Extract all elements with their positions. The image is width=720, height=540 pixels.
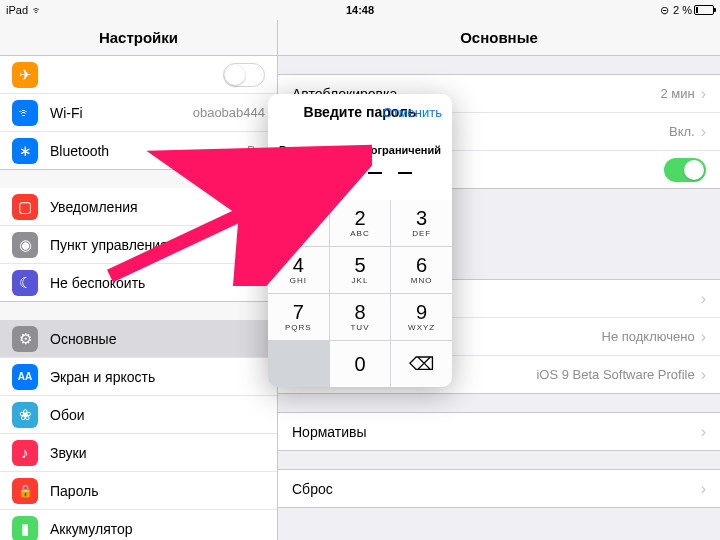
display-icon: AA — [12, 364, 38, 390]
detail-row-reset[interactable]: Сброс › — [278, 470, 720, 508]
numeric-keypad: 1 2ABC 3DEF 4GHI 5JKL 6MNO 7PQRS 8TUV 9W… — [268, 200, 452, 387]
sidebar-item-label: Звуки — [50, 445, 87, 461]
detail-title: Основные — [278, 20, 720, 56]
modal-prompt: Введите пароль ограничений — [268, 144, 452, 156]
dnd-icon: ⊝ — [660, 4, 669, 17]
chevron-right-icon: › — [701, 123, 706, 141]
sidebar-item-control-center[interactable]: ◉ Пункт управления — [0, 226, 277, 264]
chevron-right-icon: › — [701, 328, 706, 346]
toggle-switch[interactable] — [664, 158, 706, 182]
key-0[interactable]: 0 — [330, 341, 391, 387]
sounds-icon: ♪ — [12, 440, 38, 466]
key-3[interactable]: 3DEF — [391, 200, 452, 246]
sidebar-item-label: Пароль — [50, 483, 99, 499]
sidebar-item-label: Основные — [50, 331, 116, 347]
settings-sidebar: Настройки ✈ ᯤ Wi-Fi obaobab444 ∗ Bluetoo… — [0, 20, 278, 540]
clock: 14:48 — [346, 4, 374, 16]
backspace-icon: ⌫ — [409, 353, 434, 375]
sidebar-item-label: Обои — [50, 407, 85, 423]
sidebar-item-battery[interactable]: ▮ Аккумулятор — [0, 510, 277, 540]
sidebar-title: Настройки — [0, 20, 277, 56]
lock-icon: 🔒 — [12, 478, 38, 504]
sidebar-item-airplane[interactable]: ✈ — [0, 56, 277, 94]
sidebar-item-sounds[interactable]: ♪ Звуки — [0, 434, 277, 472]
notifications-icon: ▢ — [12, 194, 38, 220]
sidebar-item-label: Уведомления — [50, 199, 138, 215]
battery-menu-icon: ▮ — [12, 516, 38, 541]
sidebar-item-passcode[interactable]: 🔒 Пароль — [0, 472, 277, 510]
sidebar-item-notifications[interactable]: ▢ Уведомления — [0, 188, 277, 226]
sidebar-item-wallpaper[interactable]: ❀ Обои — [0, 396, 277, 434]
bluetooth-value: Вы — [247, 143, 265, 158]
key-4[interactable]: 4GHI — [268, 247, 329, 293]
sidebar-item-label: Wi-Fi — [50, 105, 83, 121]
battery-percent: 2 % — [673, 4, 692, 16]
chevron-right-icon: › — [701, 290, 706, 308]
sidebar-item-label: Аккумулятор — [50, 521, 133, 537]
gear-icon: ⚙ — [12, 326, 38, 352]
sidebar-item-wifi[interactable]: ᯤ Wi-Fi obaobab444 — [0, 94, 277, 132]
key-blank — [268, 341, 329, 387]
sidebar-item-label: Экран и яркость — [50, 369, 155, 385]
sidebar-item-label: Bluetooth — [50, 143, 109, 159]
sidebar-item-bluetooth[interactable]: ∗ Bluetooth Вы — [0, 132, 277, 170]
chevron-right-icon: › — [701, 480, 706, 498]
bluetooth-icon: ∗ — [12, 138, 38, 164]
key-5[interactable]: 5JKL — [330, 247, 391, 293]
device-label: iPad — [6, 4, 28, 16]
control-center-icon: ◉ — [12, 232, 38, 258]
wallpaper-icon: ❀ — [12, 402, 38, 428]
passcode-dots — [268, 172, 452, 174]
status-bar: iPad ᯤ 14:48 ⊝ 2 % — [0, 0, 720, 20]
key-2[interactable]: 2ABC — [330, 200, 391, 246]
detail-row-regulatory[interactable]: Нормативы › — [278, 413, 720, 451]
cancel-button[interactable]: Отменить — [383, 105, 442, 120]
key-8[interactable]: 8TUV — [330, 294, 391, 340]
airplane-icon: ✈ — [12, 62, 38, 88]
sidebar-item-label: Не беспокоить — [50, 275, 145, 291]
sidebar-item-general[interactable]: ⚙ Основные — [0, 320, 277, 358]
passcode-modal: Введите пароль Отменить Введите пароль о… — [268, 94, 452, 387]
sidebar-item-label: Пункт управления — [50, 237, 168, 253]
key-backspace[interactable]: ⌫ — [391, 341, 452, 387]
key-6[interactable]: 6MNO — [391, 247, 452, 293]
key-1[interactable]: 1 — [268, 200, 329, 246]
chevron-right-icon: › — [701, 85, 706, 103]
sidebar-item-display[interactable]: AA Экран и яркость — [0, 358, 277, 396]
airplane-toggle[interactable] — [223, 63, 265, 87]
battery-icon — [694, 5, 714, 15]
key-7[interactable]: 7PQRS — [268, 294, 329, 340]
moon-icon: ☾ — [12, 270, 38, 296]
wifi-icon: ᯤ — [12, 100, 38, 126]
wifi-value: obaobab444 — [193, 105, 265, 120]
wifi-icon: ᯤ — [32, 4, 43, 16]
chevron-right-icon: › — [701, 423, 706, 441]
sidebar-item-dnd[interactable]: ☾ Не беспокоить — [0, 264, 277, 302]
key-9[interactable]: 9WXYZ — [391, 294, 452, 340]
chevron-right-icon: › — [701, 366, 706, 384]
